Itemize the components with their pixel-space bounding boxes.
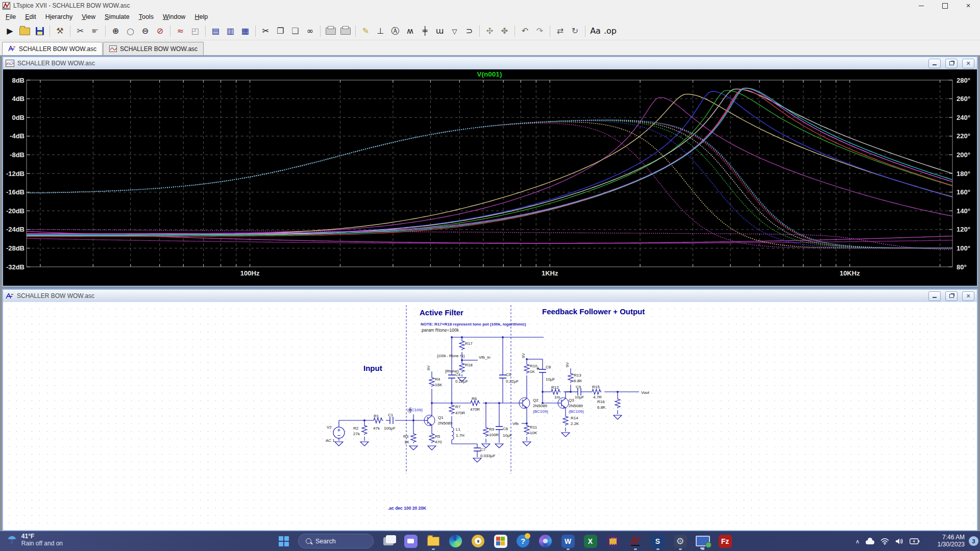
place-label-button[interactable]: Ⓐ [388,24,402,38]
drag-button[interactable]: ✤ [498,24,511,38]
svg-text:470R: 470R [455,411,465,415]
taskbar-app-edge[interactable] [448,533,463,549]
menu-window[interactable]: Window [158,12,190,21]
taskbar-clock[interactable]: 7:46 AM 1/30/2023 [938,534,965,548]
schematic-close-button[interactable]: ✕ [962,291,974,301]
draw-wire-pencil-button[interactable]: ✎ [359,24,373,38]
control-panel-hammer-button[interactable]: ⚒ [53,24,67,38]
tab-1-schematic[interactable]: SCHALLER BOW WOW.asc [2,42,103,55]
waveform-minimize-button[interactable] [928,59,941,68]
taskbar-app-gold-ring-app[interactable] [470,533,486,549]
toolbar-separator [585,26,585,37]
waveform-window-titlebar[interactable]: SCHALLER BOW WOW.asc ✕ [3,57,977,70]
onedrive-cloud-icon[interactable] [866,540,874,544]
desktop: { "window": {"title": "LTspice XVII - SC… [0,0,980,551]
taskbar-app-file-explorer[interactable] [425,533,441,549]
schematic-restore-button[interactable] [945,291,958,301]
save-button[interactable] [33,24,46,38]
menu-view[interactable]: View [77,12,100,21]
zoom-in-button[interactable]: ⊕ [109,24,122,38]
zoom-select-button[interactable]: ◰ [188,24,202,38]
hidden-icons-chevron[interactable]: ∧ [855,538,860,545]
menu-tools[interactable]: Tools [134,12,158,21]
taskbar-app-shutter[interactable]: S [650,533,666,549]
svg-text:2N5089: 2N5089 [569,404,583,408]
place-diode-button[interactable]: ▽ [448,24,461,38]
place-resistor-button[interactable]: ʍ [403,24,417,38]
print-button[interactable] [324,24,337,38]
menu-help[interactable]: Help [190,12,212,21]
paste-button[interactable]: ❑ [288,24,302,38]
place-capacitor-button[interactable]: ╪ [418,24,432,38]
tile-horizontal-button[interactable]: ▤ [209,24,223,38]
taskbar-app-filezilla[interactable]: Fz [717,533,733,549]
wifi-icon[interactable] [880,538,889,545]
zoom-back-button[interactable]: ◯ [124,24,137,38]
open-file-button[interactable] [18,24,32,38]
print-preview-button[interactable] [338,24,352,38]
svg-text:Input: Input [363,364,382,372]
pan-hand-button[interactable]: ☛ [88,24,102,38]
copy-button[interactable]: ❐ [274,24,287,38]
svg-text:-32dB: -32dB [6,263,24,271]
taskbar-app-help[interactable]: ? [515,533,531,549]
taskbar-app-ltspice[interactable] [627,533,643,549]
text-button[interactable]: Aa [589,24,602,38]
place-component-button[interactable]: ⊃ [462,24,476,38]
filezilla-icon: Fz [719,535,732,548]
taskbar-app-task-view[interactable] [380,533,396,549]
undo-button[interactable]: ↶ [518,24,532,38]
schematic-drawing[interactable]: InputActive FilterFeedback Follower + Ou… [3,302,977,530]
battery-icon[interactable] [910,538,920,544]
place-inductor-button[interactable]: ɯ [433,24,447,38]
schematic-window-titlebar[interactable]: SCHALLER BOW WOW.asc ✕ [3,290,977,303]
taskbar-app-movies[interactable] [605,533,621,549]
svg-text:10μF: 10μF [575,395,584,399]
tile-vertical-button[interactable]: ▥ [224,24,237,38]
run-button[interactable]: ▶ [3,24,17,38]
tab-2-waveform[interactable]: SCHALLER BOW WOW.asc [103,42,204,55]
notification-badge[interactable]: 3 [969,536,978,546]
taskbar-app-excel[interactable]: X [582,533,598,549]
bode-plot[interactable]: 8dB4dB0dB-4dB-8dB-12dB-16dB-20dB-24dB-28… [3,69,977,286]
minimize-button[interactable] [910,0,933,11]
waveform-plot-area[interactable]: 8dB4dB0dB-4dB-8dB-12dB-16dB-20dB-24dB-28… [3,69,977,286]
svg-text:R3: R3 [403,434,409,439]
menu-hierarchy[interactable]: Hierarchy [41,12,78,21]
taskbar-app-settings-gear[interactable]: ⚙ [672,533,688,549]
taskbar-app-remote-pc[interactable] [695,533,710,549]
svg-text:L1: L1 [456,427,460,432]
move-button[interactable]: ✣ [483,24,497,38]
svg-text:15K: 15K [435,383,443,387]
menu-simulate[interactable]: Simulate [100,12,134,21]
taskbar-app-start[interactable] [276,533,291,549]
waveform-close-button[interactable]: ✕ [962,59,974,68]
taskbar-app-store[interactable] [493,533,508,549]
close-button[interactable]: ✕ [957,0,980,11]
menu-file[interactable]: File [1,12,20,21]
cut-button[interactable]: ✂ [259,24,273,38]
mirror-button[interactable]: ⇄ [553,24,567,38]
zoom-full-extents-button[interactable]: ⊘ [153,24,167,38]
autorange-waveform-button[interactable]: ≈ [174,24,187,38]
redo-button[interactable]: ↷ [533,24,547,38]
place-ground-button[interactable]: ⊥ [374,24,387,38]
rotate-button[interactable]: ↻ [568,24,582,38]
maximize-button[interactable] [933,0,957,11]
volume-icon[interactable] [895,538,903,545]
waveform-restore-button[interactable] [945,59,958,68]
menu-edit[interactable]: Edit [20,12,41,21]
zoom-out-button[interactable]: ⊖ [138,24,152,38]
spice-directive-button[interactable]: .op [603,24,617,38]
taskbar-app-chat[interactable] [403,533,419,549]
taskbar-app-word[interactable]: W [560,533,576,549]
schematic-canvas[interactable]: InputActive FilterFeedback Follower + Ou… [3,302,977,530]
schematic-minimize-button[interactable] [928,291,941,301]
svg-text:0.033μF: 0.033μF [480,454,496,458]
weather-widget[interactable]: ☂ 41°F Rain off and on [7,533,63,547]
taskbar-search[interactable]: Search [298,534,374,548]
cascade-windows-button[interactable]: ▦ [238,24,252,38]
find-button[interactable]: ∞ [303,24,317,38]
taskbar-app-copilot[interactable] [537,533,553,549]
cut-tool-scissors-button[interactable]: ✂ [74,24,87,38]
